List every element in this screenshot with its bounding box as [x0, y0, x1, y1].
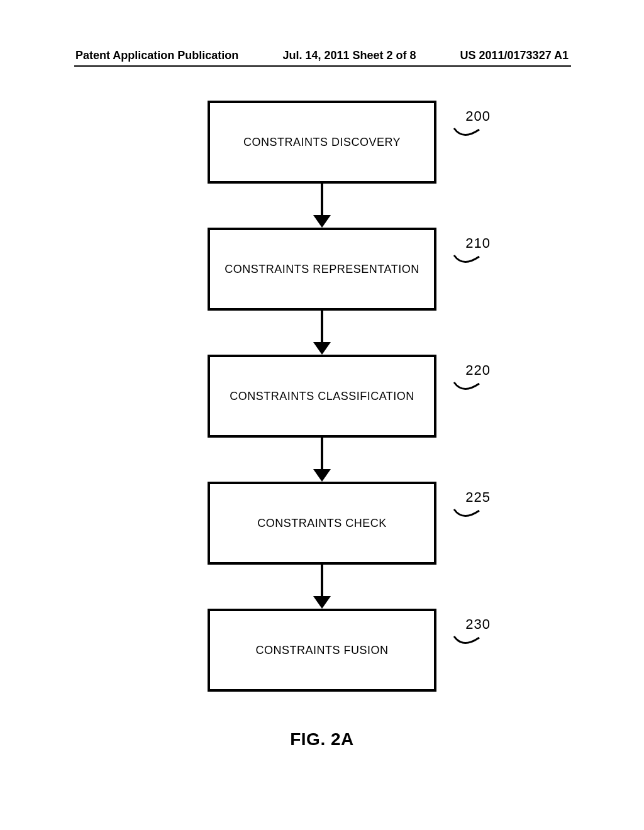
- ref-number: 220: [465, 362, 491, 379]
- page-header: Patent Application Publication Jul. 14, …: [0, 49, 644, 62]
- leader-line-icon: [452, 126, 482, 142]
- ref-number: 210: [465, 235, 491, 252]
- ref-wrap: 230: [465, 616, 491, 650]
- flowchart: CONSTRAINTS DISCOVERY 200 CONSTRAINTS RE…: [177, 101, 467, 692]
- step-box-classification: CONSTRAINTS CLASSIFICATION 220: [208, 355, 436, 438]
- ref-wrap: 210: [465, 235, 491, 269]
- leader-line-icon: [452, 507, 482, 523]
- arrow-down-icon: [313, 565, 331, 609]
- step-label: CONSTRAINTS CHECK: [257, 517, 387, 530]
- header-left: Patent Application Publication: [75, 49, 238, 62]
- ref-wrap: 220: [465, 362, 491, 396]
- leader-line-icon: [452, 380, 482, 396]
- ref-number: 225: [465, 489, 491, 506]
- step-box-fusion: CONSTRAINTS FUSION 230: [208, 609, 436, 692]
- step-label: CONSTRAINTS DISCOVERY: [243, 136, 401, 149]
- ref-wrap: 225: [465, 489, 491, 523]
- step-box-check: CONSTRAINTS CHECK 225: [208, 482, 436, 565]
- step-label: CONSTRAINTS FUSION: [255, 644, 388, 657]
- ref-number: 230: [465, 616, 491, 633]
- figure-label: FIG. 2A: [0, 729, 644, 750]
- arrow-down-icon: [313, 438, 331, 482]
- ref-number: 200: [465, 108, 491, 124]
- step-label: CONSTRAINTS CLASSIFICATION: [230, 390, 414, 403]
- leader-line-icon: [452, 634, 482, 650]
- step-label: CONSTRAINTS REPRESENTATION: [225, 263, 419, 276]
- header-center: Jul. 14, 2011 Sheet 2 of 8: [282, 49, 416, 62]
- step-box-discovery: CONSTRAINTS DISCOVERY 200: [208, 101, 436, 184]
- ref-wrap: 200: [465, 108, 491, 142]
- header-rule: [74, 65, 571, 67]
- arrow-down-icon: [313, 184, 331, 228]
- arrow-down-icon: [313, 311, 331, 355]
- header-right: US 2011/0173327 A1: [460, 49, 569, 62]
- leader-line-icon: [452, 253, 482, 269]
- step-box-representation: CONSTRAINTS REPRESENTATION 210: [208, 228, 436, 311]
